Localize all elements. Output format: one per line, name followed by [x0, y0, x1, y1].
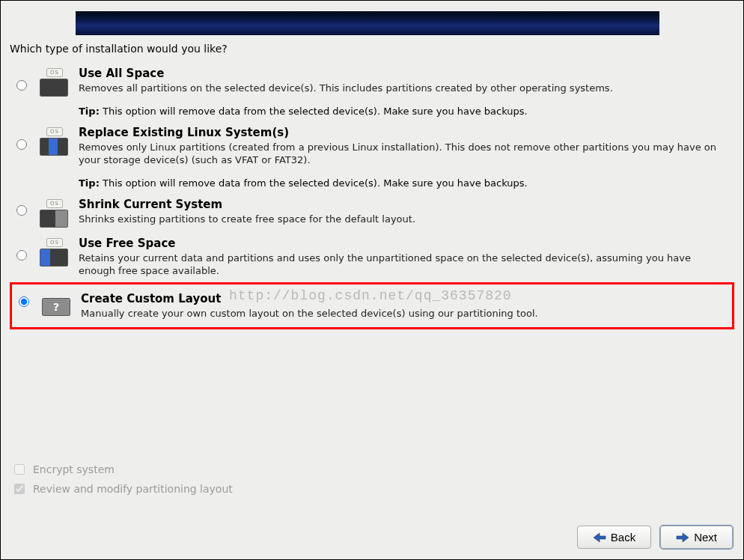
encrypt-system-row[interactable]: Encrypt system	[11, 462, 233, 477]
header-banner	[76, 11, 659, 35]
radio-custom-layout[interactable]	[19, 296, 29, 307]
next-button[interactable]: Next	[660, 526, 733, 549]
option-title: Use Free Space	[79, 237, 725, 250]
encrypt-checkbox[interactable]	[14, 464, 25, 475]
option-free-space[interactable]: OS Use Free Space Retains your current d…	[10, 232, 734, 282]
option-desc: Removes all partitions on the selected d…	[79, 82, 725, 95]
encrypt-label: Encrypt system	[33, 463, 115, 475]
option-tip: Tip: This option will remove data from t…	[79, 106, 725, 117]
review-label: Review and modify partitioning layout	[33, 483, 233, 495]
drive-icon-replace-linux: OS	[40, 127, 70, 156]
option-title: Use All Space	[79, 67, 725, 80]
radio-shrink[interactable]	[16, 205, 27, 216]
option-desc: Shrinks existing partitions to create fr…	[79, 213, 725, 226]
drive-icon-use-all-space: OS	[40, 68, 70, 97]
drive-icon-free-space: OS	[40, 238, 70, 267]
option-desc: Retains your current data and partitions…	[79, 252, 725, 278]
arrow-right-icon	[676, 532, 689, 543]
arrow-left-icon	[593, 532, 606, 543]
bottom-checkboxes: Encrypt system Review and modify partiti…	[11, 462, 233, 501]
radio-free-space[interactable]	[16, 250, 27, 261]
drive-icon-shrink: OS	[40, 199, 70, 228]
radio-use-all-space[interactable]	[16, 80, 27, 91]
option-desc: Manually create your own custom layout o…	[81, 307, 723, 320]
option-replace-linux[interactable]: OS Replace Existing Linux System(s) Remo…	[10, 121, 734, 193]
installation-options: OS Use All Space Removes all partitions …	[10, 62, 734, 329]
option-title: Create Custom Layout	[81, 292, 723, 305]
review-checkbox[interactable]	[14, 484, 25, 494]
option-use-all-space[interactable]: OS Use All Space Removes all partitions …	[10, 62, 734, 121]
back-button[interactable]: Back	[577, 526, 651, 549]
drive-icon-custom: ?	[42, 293, 72, 316]
option-shrink[interactable]: OS Shrink Current System Shrinks existin…	[10, 193, 734, 232]
option-title: Replace Existing Linux System(s)	[79, 126, 725, 139]
option-desc: Removes only Linux partitions (created f…	[79, 141, 725, 167]
radio-replace-linux[interactable]	[16, 139, 27, 150]
installation-type-prompt: Which type of installation would you lik…	[10, 43, 734, 55]
option-custom-layout[interactable]: ? Create Custom Layout Manually create y…	[10, 282, 734, 330]
option-tip: Tip: This option will remove data from t…	[79, 177, 725, 189]
review-layout-row[interactable]: Review and modify partitioning layout	[11, 481, 233, 496]
option-title: Shrink Current System	[79, 198, 725, 211]
navigation-buttons: Back Next	[577, 526, 733, 549]
